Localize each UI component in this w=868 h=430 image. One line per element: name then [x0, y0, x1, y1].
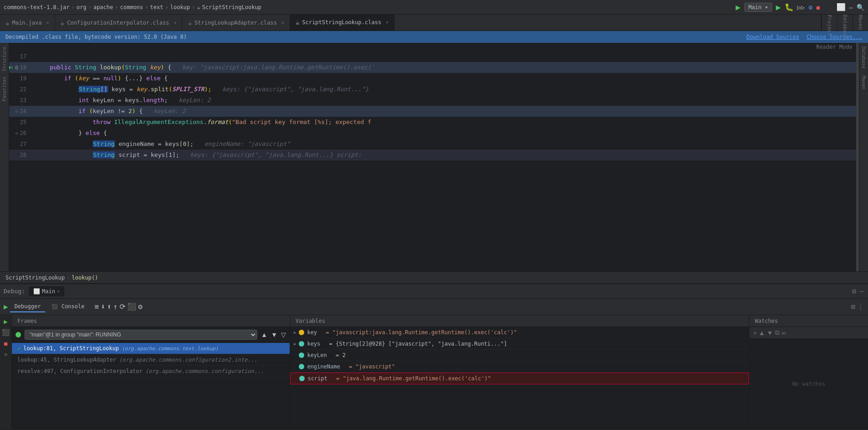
frames-header: Frames — [12, 315, 290, 327]
tab-config-interpolator[interactable]: ☕ ConfigurationInterpolator.class ✕ — [55, 15, 182, 31]
tab-main-java[interactable]: ☕ Main.java ✕ — [0, 15, 55, 31]
frame-item-0[interactable]: ✓ lookup:81, ScriptStringLookup (org.apa… — [12, 343, 290, 354]
run-config-dropdown[interactable]: Main ▾ — [744, 3, 772, 12]
bc-class[interactable]: ScriptStringLookup — [5, 275, 65, 281]
debug-stop-side-btn[interactable]: ⬛ — [2, 329, 10, 336]
path-sep-5: › — [165, 4, 168, 10]
line-num-18: 18 — [20, 62, 26, 73]
path-commons[interactable]: commons — [120, 4, 143, 10]
structure-panel-icon[interactable]: Structure — [2, 47, 7, 71]
tab-close-main-java[interactable]: ✕ — [46, 20, 49, 25]
thread-up-btn[interactable]: ▲ — [261, 331, 267, 338]
code-line-28: 28 String script = keys[1]; keys: {"java… — [9, 150, 856, 161]
var-eq-script — [330, 375, 333, 382]
var-item-keylen[interactable]: ▶ keyLen = 2 — [290, 350, 749, 361]
thread-filter-btn[interactable]: ▽ — [281, 331, 286, 338]
maven-panel-tab[interactable]: Maven — [852, 15, 868, 31]
code-line-17: 17 — [9, 51, 856, 62]
search-top-btn[interactable]: 🔍 — [857, 4, 864, 11]
resume-btn[interactable]: ▶ — [4, 302, 8, 311]
download-sources-link[interactable]: Download Sources — [747, 34, 800, 40]
reader-mode-btn[interactable]: Reader Mode — [816, 44, 852, 50]
step-over-btn[interactable]: ▷▷ — [797, 4, 805, 11]
path-text[interactable]: text — [150, 4, 163, 10]
var-item-enginename[interactable]: ▶ engineName = "javascript" — [290, 361, 749, 373]
debug-more-side-btn[interactable]: » — [4, 351, 7, 358]
variables-panel: Variables ▶ key = "javascript:java.lang.… — [290, 315, 749, 429]
step-over-btn-dbg[interactable]: ≡ — [94, 302, 99, 311]
path-jar[interactable]: commons-text-1.8.jar — [4, 4, 70, 10]
database-right-icon[interactable]: Database — [861, 43, 866, 72]
choose-sources-link[interactable]: Choose Sources... — [806, 34, 863, 40]
var-name-keys: keys — [307, 341, 320, 347]
eval-btn[interactable]: ⬛ — [127, 302, 136, 311]
thread-down-btn[interactable]: ▼ — [271, 331, 277, 338]
tab-close-config[interactable]: ✕ — [174, 20, 177, 25]
expand-btn[interactable]: ⬜ — [837, 3, 846, 11]
debug-main-tab[interactable]: ⬜ Main ✕ — [29, 286, 64, 296]
debug-terminate-side-btn[interactable]: ◼ — [4, 340, 7, 347]
code-area[interactable]: 17 ●↑ @ 18 public String lookup(String k… — [9, 51, 856, 271]
project-panel-tab[interactable]: Project — [821, 15, 837, 31]
run-btn[interactable]: ▶ — [776, 2, 781, 12]
debug-header: Debug: ⬜ Main ✕ ⚙ — — [0, 284, 868, 299]
console-tab[interactable]: ⬛ Console — [47, 301, 89, 312]
step-out-btn[interactable]: ⬆ — [107, 302, 112, 311]
var-icon-key — [299, 330, 304, 335]
path-lookup[interactable]: lookup — [170, 4, 190, 10]
debug-panel: Debug: ⬜ Main ✕ ⚙ — ▶ Debugger ⬛ Console… — [0, 283, 868, 429]
debug-run-btn[interactable]: 🐛 — [785, 3, 794, 11]
tab-close-ssl[interactable]: ✕ — [386, 20, 389, 25]
step-return-btn[interactable]: ↑ — [113, 302, 118, 311]
watches-header: Watches — [749, 315, 868, 327]
run-config-label[interactable]: Main ▾ — [744, 3, 772, 12]
path-file[interactable]: ☕ ScriptStringLookup — [197, 4, 261, 10]
bc-method[interactable]: lookup() — [72, 275, 98, 281]
debug-settings-btn[interactable]: ⚙ — [852, 287, 857, 295]
frame-item-1[interactable]: lookup:45, StringLookupAdapter (org.apac… — [12, 354, 290, 366]
minimize-btn[interactable]: — — [849, 4, 853, 11]
editor-wrapper: Structure Favorites Reader Mode 17 ●↑ — [0, 43, 868, 271]
debug-tab-close[interactable]: ✕ — [57, 289, 60, 294]
tab-close-sla[interactable]: ✕ — [281, 20, 284, 25]
code-content-17 — [32, 51, 856, 62]
var-eq-keylen — [330, 352, 333, 358]
var-name-keylen: keyLen — [307, 352, 327, 358]
run-to-cursor-btn[interactable]: ⟳ — [120, 302, 125, 311]
favorites-panel-icon[interactable]: Favorites — [2, 77, 7, 101]
var-item-key[interactable]: ▶ key = "javascript:java.lang.Runtime.ge… — [290, 327, 749, 338]
step-into-btn[interactable]: ⬇ — [101, 302, 105, 311]
path-apache[interactable]: apache — [94, 4, 113, 10]
watches-toolbar: + ▲ ▼ ⧉ ∞ — [749, 327, 868, 339]
frame-loc-2: resolve:497, ConfigurationInterpolator — [17, 368, 143, 374]
add-config-btn[interactable]: ⚙ — [809, 4, 812, 11]
watches-copy-btn[interactable]: ⧉ — [775, 329, 780, 337]
maven-right-icon[interactable]: Maven — [861, 72, 866, 93]
path-org[interactable]: org — [77, 4, 87, 10]
thread-dropdown[interactable]: "main"@1 in group "main": RUNNING — [25, 330, 257, 340]
run-icon[interactable]: ▶ — [736, 2, 741, 12]
tab-script-string-lookup[interactable]: ☕ ScriptStringLookup.class ✕ — [290, 15, 395, 31]
more-btn[interactable]: ⋮ — [857, 302, 864, 311]
debug-resume-side-btn[interactable]: ▶ — [4, 318, 7, 325]
settings-btn-toolbar[interactable]: ⚙ — [138, 302, 143, 311]
line-num-24: 24 — [20, 106, 26, 117]
title-controls: ▶ Main ▾ ▶ 🐛 ▷▷ ⚙ ◼ ⬜ — 🔍 — [736, 2, 864, 12]
path-sep-2: › — [88, 4, 91, 10]
tab-string-lookup-adapter[interactable]: ☕ StringLookupAdapter.class ✕ — [182, 15, 290, 31]
frame-item-2[interactable]: resolve:497, ConfigurationInterpolator (… — [12, 366, 290, 377]
stop-btn[interactable]: ◼ — [816, 4, 820, 11]
tab-icon-main-java: ☕ — [5, 19, 9, 26]
watches-down-btn[interactable]: ▼ — [767, 329, 773, 337]
layout-btn[interactable]: ⊞ — [851, 302, 855, 311]
reader-mode-bar: Reader Mode — [9, 43, 856, 51]
database-panel-tab[interactable]: Database — [837, 15, 852, 31]
watches-infinity-btn[interactable]: ∞ — [781, 329, 786, 337]
var-item-script[interactable]: ▶ script = "java.lang.Runtime.getRuntime… — [290, 373, 749, 384]
var-val-key: = "javascript:java.lang.Runtime.getRunti… — [326, 329, 517, 336]
var-item-keys[interactable]: ▶ keys = {String[2]@928} ["javascript", … — [290, 338, 749, 350]
watches-add-btn[interactable]: + — [753, 329, 757, 337]
debug-minimize-btn[interactable]: — — [860, 287, 864, 295]
watches-up-btn[interactable]: ▲ — [759, 329, 765, 337]
debugger-tab[interactable]: Debugger — [10, 301, 46, 312]
